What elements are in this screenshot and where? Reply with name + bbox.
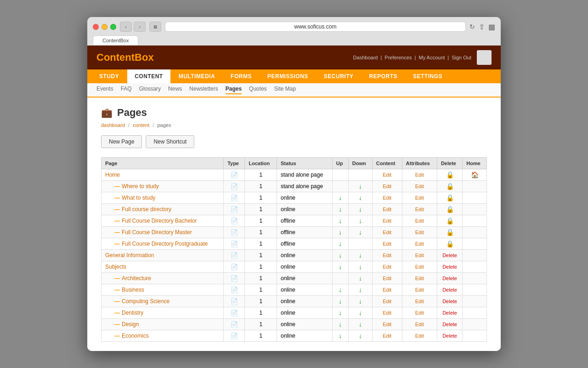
down-arrow[interactable]: ↓ — [359, 183, 362, 190]
attributes-edit-link[interactable]: Edit — [415, 299, 424, 304]
down-arrow[interactable]: ↓ — [359, 309, 362, 316]
subnav-faq[interactable]: FAQ — [121, 86, 132, 94]
attributes-edit-link[interactable]: Edit — [415, 241, 424, 247]
content-edit-link[interactable]: Edit — [383, 218, 391, 224]
share-button[interactable]: ⇪ — [479, 23, 485, 31]
attributes-edit-link[interactable]: Edit — [415, 207, 424, 212]
breadcrumb-dashboard[interactable]: dashboard — [101, 122, 125, 128]
page-name-link[interactable]: Full Course Directory Master — [122, 229, 192, 236]
nav-multimedia[interactable]: MULTIMEDIA — [171, 69, 222, 83]
attributes-edit-link[interactable]: Edit — [415, 322, 424, 327]
nav-permissions[interactable]: PERMISSIONS — [260, 69, 316, 83]
delete-link[interactable]: Delete — [442, 299, 457, 304]
attributes-edit-link[interactable]: Edit — [415, 195, 424, 201]
nav-reports[interactable]: REPORTS — [362, 69, 405, 83]
attributes-edit-link[interactable]: Edit — [415, 253, 424, 258]
up-arrow[interactable]: ↓ — [339, 194, 342, 201]
attributes-edit-link[interactable]: Edit — [415, 230, 424, 235]
content-edit-link[interactable]: Edit — [383, 253, 391, 258]
address-bar[interactable]: www.soficus.com — [165, 22, 466, 32]
up-arrow[interactable]: ↓ — [339, 229, 342, 236]
down-arrow[interactable]: ↓ — [359, 298, 362, 305]
attributes-edit-link[interactable]: Edit — [415, 264, 424, 270]
down-arrow[interactable]: ↓ — [359, 321, 362, 328]
page-name-link[interactable]: Economics — [122, 333, 149, 339]
page-name-link[interactable]: Business — [122, 287, 144, 293]
content-edit-link[interactable]: Edit — [383, 333, 391, 339]
page-name-link[interactable]: Computing Science — [122, 298, 170, 305]
attributes-edit-link[interactable]: Edit — [415, 184, 424, 189]
nav-security[interactable]: SECURITY — [317, 69, 361, 83]
active-tab[interactable]: ContentBox — [93, 35, 138, 45]
subnav-news[interactable]: News — [168, 86, 182, 94]
page-name-link[interactable]: What to study — [122, 195, 155, 201]
content-edit-link[interactable]: Edit — [383, 276, 391, 281]
reload-button[interactable]: ↻ — [469, 23, 475, 30]
up-arrow[interactable]: ↓ — [339, 332, 342, 339]
content-edit-link[interactable]: Edit — [383, 230, 391, 235]
page-name-link[interactable]: Where to study — [122, 183, 159, 190]
tab-view-button[interactable]: ▦ — [149, 22, 161, 32]
minimize-button[interactable] — [102, 24, 107, 30]
content-edit-link[interactable]: Edit — [383, 310, 391, 316]
content-edit-link[interactable]: Edit — [383, 322, 391, 327]
sign-out-link[interactable]: Sign Out — [452, 55, 471, 60]
down-arrow[interactable]: ↓ — [359, 332, 362, 339]
down-arrow[interactable]: ↓ — [359, 206, 362, 213]
attributes-edit-link[interactable]: Edit — [415, 310, 424, 316]
attributes-edit-link[interactable]: Edit — [415, 218, 424, 224]
content-edit-link[interactable]: Edit — [383, 172, 391, 178]
up-arrow[interactable]: ↓ — [339, 286, 342, 293]
my-account-link[interactable]: My Account — [418, 55, 445, 60]
page-name-link[interactable]: Subjects — [105, 264, 126, 270]
back-button[interactable]: ‹ — [120, 22, 132, 32]
page-name-link[interactable]: Full Course Directory Bachelor — [122, 218, 197, 224]
close-button[interactable] — [93, 24, 99, 30]
content-edit-link[interactable]: Edit — [383, 207, 391, 212]
delete-link[interactable]: Delete — [442, 333, 457, 339]
nav-study[interactable]: STUDY — [92, 69, 126, 83]
down-arrow[interactable]: ↓ — [359, 194, 362, 201]
attributes-edit-link[interactable]: Edit — [415, 172, 424, 178]
subnav-quotes[interactable]: Quotes — [249, 86, 267, 94]
page-name-link[interactable]: General Information — [105, 252, 154, 259]
breadcrumb-content[interactable]: content — [133, 122, 149, 128]
attributes-edit-link[interactable]: Edit — [415, 276, 424, 281]
attributes-edit-link[interactable]: Edit — [415, 333, 424, 339]
dashboard-link[interactable]: Dashboard — [353, 55, 378, 60]
page-name-link[interactable]: Full course directory — [122, 206, 171, 213]
up-arrow[interactable]: ↓ — [339, 309, 342, 316]
new-shortcut-button[interactable]: New Shortcut — [146, 135, 194, 148]
up-arrow[interactable]: ↓ — [339, 217, 342, 224]
delete-link[interactable]: Delete — [442, 264, 457, 270]
down-arrow[interactable]: ↓ — [359, 229, 362, 236]
nav-content[interactable]: CONTENT — [127, 69, 170, 83]
delete-link[interactable]: Delete — [442, 322, 457, 327]
content-edit-link[interactable]: Edit — [383, 264, 391, 270]
subnav-pages[interactable]: Pages — [226, 86, 242, 94]
page-name-link[interactable]: Full Course Directory Postgraduate — [122, 241, 208, 247]
new-page-button[interactable]: New Page — [101, 135, 142, 148]
page-name-link[interactable]: Design — [122, 321, 139, 328]
content-edit-link[interactable]: Edit — [383, 299, 391, 304]
delete-link[interactable]: Delete — [442, 287, 457, 293]
page-name-link[interactable]: Home — [105, 172, 120, 178]
down-arrow[interactable]: ↓ — [359, 252, 362, 259]
tabs-button[interactable]: ▩ — [488, 23, 495, 31]
subnav-events[interactable]: Events — [96, 86, 113, 94]
down-arrow[interactable]: ↓ — [359, 275, 362, 282]
subnav-sitemap[interactable]: Site Map — [274, 86, 296, 94]
delete-link[interactable]: Delete — [442, 276, 457, 281]
delete-link[interactable]: Delete — [442, 253, 457, 258]
up-arrow[interactable]: ↓ — [339, 298, 342, 305]
up-arrow[interactable]: ↓ — [339, 321, 342, 328]
down-arrow[interactable]: ↓ — [359, 286, 362, 293]
up-arrow[interactable]: ↓ — [339, 252, 342, 259]
maximize-button[interactable] — [110, 24, 116, 30]
up-arrow[interactable]: ↓ — [339, 206, 342, 213]
down-arrow[interactable]: ↓ — [359, 263, 362, 270]
content-edit-link[interactable]: Edit — [383, 287, 391, 293]
content-edit-link[interactable]: Edit — [383, 184, 391, 189]
content-edit-link[interactable]: Edit — [383, 195, 391, 201]
delete-link[interactable]: Delete — [442, 310, 457, 316]
